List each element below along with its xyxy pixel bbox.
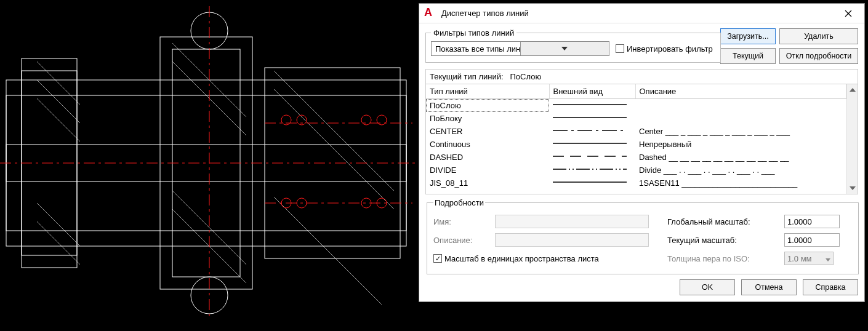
- help-button[interactable]: Справка: [803, 279, 858, 295]
- detail-desc-label: Описание:: [433, 236, 489, 245]
- checkbox-checked-icon: ✓: [433, 254, 442, 263]
- row-appearance: [549, 138, 635, 151]
- table-row[interactable]: ПоБлоку: [426, 112, 846, 125]
- toggle-details-button[interactable]: Откл подробности: [779, 48, 858, 64]
- filter-dropdown[interactable]: Показать все типы линий: [431, 41, 609, 56]
- detail-desc-input: [495, 233, 649, 247]
- row-appearance: [549, 112, 635, 125]
- detail-name-input: [495, 215, 649, 228]
- table-row[interactable]: CENTERCenter ___ _ ___ _ ___ _ ___ _ ___…: [426, 125, 846, 138]
- col-linetype[interactable]: Тип линий: [426, 84, 549, 99]
- row-description: [635, 99, 846, 113]
- col-appearance[interactable]: Внешний вид: [549, 84, 635, 99]
- checkbox-icon: [616, 44, 624, 53]
- current-linetype-row: Текущий тип линий: ПоСлою: [425, 69, 858, 84]
- close-button[interactable]: [835, 4, 862, 23]
- row-name: JIS_08_11: [426, 177, 549, 189]
- ok-button[interactable]: OK: [680, 279, 735, 295]
- row-name: CENTER: [426, 125, 549, 138]
- row-name: DASHED: [426, 151, 549, 164]
- table-row[interactable]: ContinuousНепрерывный: [426, 138, 846, 151]
- close-icon: [845, 10, 852, 17]
- details-group: Подробности Имя: Описание: ✓ Масштаб в: [427, 198, 859, 274]
- row-description: Непрерывный: [635, 138, 846, 151]
- row-appearance: [549, 151, 635, 164]
- col-description[interactable]: Описание: [635, 84, 846, 99]
- vertical-scrollbar[interactable]: [846, 84, 858, 194]
- row-appearance: [549, 164, 635, 177]
- row-name: DIVIDE: [426, 164, 549, 177]
- row-description: 1SASEN11 __________________________: [635, 177, 846, 189]
- global-scale-label: Глобальный масштаб:: [667, 217, 778, 226]
- linetype-table[interactable]: Тип линий Внешний вид Описание ПоСлоюПоБ…: [425, 84, 858, 194]
- row-description: Dashed __ __ __ __ __ __ __ __ __ __ __: [635, 151, 846, 164]
- load-button[interactable]: Загрузить...: [720, 28, 776, 44]
- cancel-button[interactable]: Отмена: [741, 279, 797, 295]
- current-scale-input[interactable]: 1.0000: [784, 233, 840, 247]
- dialog-title: Диспетчер типов линий: [441, 9, 835, 18]
- current-linetype-label: Текущий тип линий:: [430, 72, 504, 81]
- linetype-manager-dialog: Диспетчер типов линий Загрузить... Удали…: [419, 3, 865, 302]
- invert-filter-label: Инвертировать фильтр: [627, 44, 713, 54]
- detail-name-label: Имя:: [433, 217, 489, 226]
- iso-pen-select: 1.0 мм: [784, 252, 834, 265]
- current-scale-label: Текущий масштаб:: [667, 236, 778, 245]
- paperspace-scale-label: Масштаб в единицах пространства листа: [444, 254, 599, 263]
- filters-legend: Фильтры типов линий: [431, 28, 516, 38]
- row-description: [635, 112, 846, 125]
- titlebar[interactable]: Диспетчер типов линий: [419, 4, 864, 23]
- scroll-up-icon[interactable]: [847, 84, 858, 95]
- cad-drawing-viewport[interactable]: [0, 0, 419, 331]
- autocad-logo-icon: [424, 7, 436, 20]
- iso-pen-label: Толщина пера по ISO:: [667, 254, 778, 263]
- invert-filter-checkbox[interactable]: Инвертировать фильтр: [616, 44, 713, 54]
- current-linetype-value: ПоСлою: [510, 72, 541, 81]
- delete-button[interactable]: Удалить: [779, 28, 858, 44]
- paperspace-scale-checkbox[interactable]: ✓ Масштаб в единицах пространства листа: [433, 254, 599, 263]
- row-name: Continuous: [426, 138, 549, 151]
- row-description: Divide ___ . . ___ . . ___ . . ___ . . _…: [635, 164, 846, 177]
- chevron-down-icon: [520, 42, 609, 55]
- filters-group: Фильтры типов линий Показать все типы ли…: [425, 28, 721, 63]
- details-legend: Подробности: [433, 198, 485, 207]
- row-appearance: [549, 125, 635, 138]
- table-row[interactable]: ПоСлою: [426, 99, 846, 113]
- global-scale-input[interactable]: 1.0000: [784, 215, 840, 228]
- table-row[interactable]: JIS_08_111SASEN11 ______________________…: [426, 177, 846, 189]
- table-row[interactable]: DASHEDDashed __ __ __ __ __ __ __ __ __ …: [426, 151, 846, 164]
- row-description: Center ___ _ ___ _ ___ _ ___ _ ___ _ ___: [635, 125, 846, 138]
- row-appearance: [549, 99, 635, 113]
- iso-pen-value: 1.0 мм: [787, 254, 812, 263]
- filter-dropdown-value: Показать все типы линий: [432, 44, 520, 54]
- row-name: ПоСлою: [426, 99, 549, 113]
- table-row[interactable]: DIVIDEDivide ___ . . ___ . . ___ . . ___…: [426, 164, 846, 177]
- scroll-down-icon[interactable]: [847, 183, 858, 194]
- row-name: ПоБлоку: [426, 112, 549, 125]
- chevron-down-icon: [826, 254, 830, 263]
- row-appearance: [549, 177, 635, 189]
- set-current-button[interactable]: Текущий: [720, 48, 776, 64]
